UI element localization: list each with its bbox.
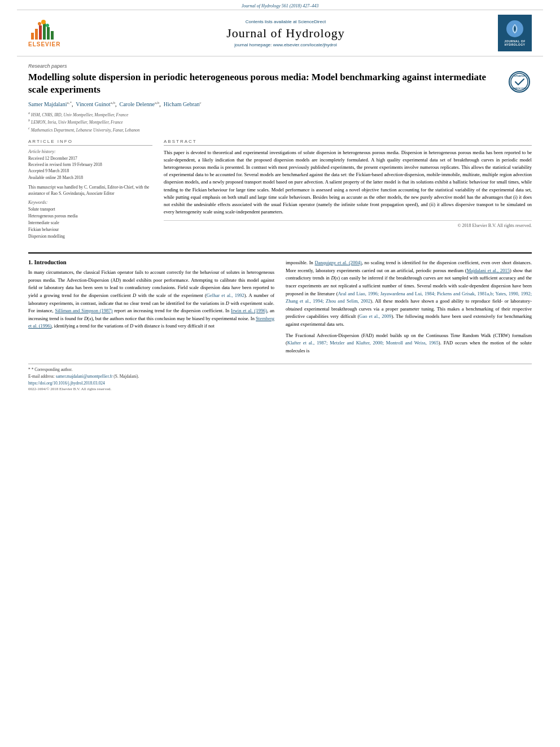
body-left-column: 1. Introduction In many circumstances, t…: [28, 259, 274, 358]
email-link[interactable]: samer.majdalani@umontpellier.fr: [56, 374, 113, 379]
article-affiliations: a HSM, CNRS, IRD, Univ Montpellier, Mont…: [28, 110, 495, 133]
keyword-1: Solute transport: [28, 206, 152, 213]
history-accepted: Accepted 9 March 2018: [28, 168, 152, 174]
svg-point-7: [41, 20, 46, 24]
email-line: E-mail address: samer.majdalani@umontpel…: [28, 373, 532, 379]
article-history: Article history: Received 12 December 20…: [28, 149, 152, 181]
keywords-list: Solute transport Heterogeneous porous me…: [28, 206, 152, 240]
introduction-title: 1. Introduction: [28, 259, 274, 265]
keyword-2: Heterogeneous porous media: [28, 213, 152, 220]
svg-rect-3: [39, 25, 42, 40]
author-guinot: Vincent Guinot: [76, 102, 110, 108]
history-online: Available online 28 March 2018: [28, 174, 152, 181]
history-revised: Received in revised form 19 February 201…: [28, 161, 152, 168]
check-for-updates-icon: CHECK FOR UPDATES: [509, 71, 530, 93]
abstract-text: This paper is devoted to theoretical and…: [164, 149, 532, 216]
article-info-label: ARTICLE INFO: [28, 139, 152, 146]
article-title: Modelling solute dispersion in periodic …: [28, 71, 495, 96]
journal-center: Contents lists available at ScienceDirec…: [85, 19, 487, 47]
author-gebran: Hicham Gebran: [164, 102, 200, 108]
keywords-label: Keywords:: [28, 200, 152, 205]
issn-copyright: 0022-1694/© 2018 Elsevier B.V. All right…: [28, 387, 532, 391]
svg-text:UPDATES: UPDATES: [514, 75, 524, 77]
journal-logo-right: JOURNAL OF HYDROLOGY: [487, 15, 532, 51]
check-badge: CHECK FOR UPDATES: [506, 71, 532, 93]
body-right-column: impossible. In Danquigny et al. (2004), …: [286, 259, 532, 358]
history-label: Article history:: [28, 149, 152, 154]
footnote-area: * * Corresponding author. E-mail address…: [28, 364, 532, 391]
introduction-paragraph-3: The Fractional Advection-Dispersion (FAD…: [286, 332, 532, 355]
journal-citation-text: Journal of Hydrology 561 (2018) 427–443: [242, 3, 318, 8]
abstract-label: ABSTRACT: [164, 139, 532, 146]
article-authors: Samer Majdalania,*, Vincent Guinota,b, C…: [28, 101, 495, 107]
abstract-column: ABSTRACT This paper is devoted to theore…: [164, 139, 532, 244]
affiliation-b: b LEMON, Inria, Univ Montpellier, Montpe…: [28, 117, 495, 125]
svg-point-9: [46, 24, 49, 27]
introduction-paragraph-2: impossible. In Danquigny et al. (2004), …: [286, 259, 532, 328]
journal-logo-text: JOURNAL OF HYDROLOGY: [500, 40, 530, 46]
article-info-abstract-layout: ARTICLE INFO Article history: Received 1…: [28, 139, 532, 244]
author-delenne: Carole Delenne: [119, 102, 154, 108]
page: Journal of Hydrology 561 (2018) 427–443 …: [0, 0, 560, 747]
elsevier-label: ELSEVIER: [28, 41, 60, 47]
author-majdalani: Samer Majdalani: [28, 102, 67, 108]
svg-text:CHECK FOR: CHECK FOR: [513, 87, 526, 90]
affiliation-a: a HSM, CNRS, IRD, Univ Montpellier, Mont…: [28, 110, 495, 118]
journal-logo-box: JOURNAL OF HYDROLOGY: [498, 15, 532, 51]
journal-header: ELSEVIER Contents lists available at Sci…: [17, 10, 543, 56]
body-content: 1. Introduction In many circumstances, t…: [28, 259, 532, 358]
corresponding-author-note: * * Corresponding author.: [28, 366, 532, 373]
keyword-4: Fickian behaviour: [28, 226, 152, 233]
article-type: Research papers: [28, 63, 532, 69]
affiliation-c: c Mathematics Department, Lebanese Unive…: [28, 125, 495, 133]
keywords-section: Keywords: Solute transport Heterogeneous…: [28, 200, 152, 240]
svg-rect-1: [31, 33, 34, 40]
copyright-line: © 2018 Elsevier B.V. All rights reserved…: [164, 220, 532, 228]
editor-note: This manuscript was handled by C. Corrad…: [28, 184, 152, 197]
svg-rect-6: [51, 31, 54, 40]
svg-rect-5: [47, 27, 50, 40]
article-title-block: Modelling solute dispersion in periodic …: [28, 71, 506, 133]
jh-icon: [506, 20, 523, 37]
contents-available-line: Contents lists available at ScienceDirec…: [85, 19, 487, 24]
keyword-5: Dispersion modelling: [28, 233, 152, 240]
svg-rect-4: [43, 23, 46, 40]
doi-line[interactable]: https://doi.org/10.1016/j.jhydrol.2018.0…: [28, 381, 532, 386]
history-text: Received 12 December 2017 Received in re…: [28, 155, 152, 181]
main-divider: [28, 252, 532, 254]
elsevier-logo: ELSEVIER: [28, 19, 85, 47]
keyword-3: Intermediate scale: [28, 220, 152, 226]
journal-citation-banner: Journal of Hydrology 561 (2018) 427–443: [0, 0, 560, 10]
article-info-column: ARTICLE INFO Article history: Received 1…: [28, 139, 152, 244]
editor-note-text: This manuscript was handled by C. Corrad…: [28, 184, 152, 197]
history-received: Received 12 December 2017: [28, 155, 152, 161]
svg-point-8: [38, 22, 41, 25]
journal-homepage-line: journal homepage: www.elsevier.com/locat…: [85, 42, 487, 47]
journal-title-display: Journal of Hydrology: [85, 26, 487, 41]
elsevier-tree-icon: [28, 19, 59, 41]
svg-rect-2: [35, 29, 38, 40]
article-header: Modelling solute dispersion in periodic …: [28, 71, 532, 133]
sciencedirect-link[interactable]: ScienceDirect: [298, 19, 326, 24]
introduction-paragraph-1: In many circumstances, the classical Fic…: [28, 269, 274, 330]
